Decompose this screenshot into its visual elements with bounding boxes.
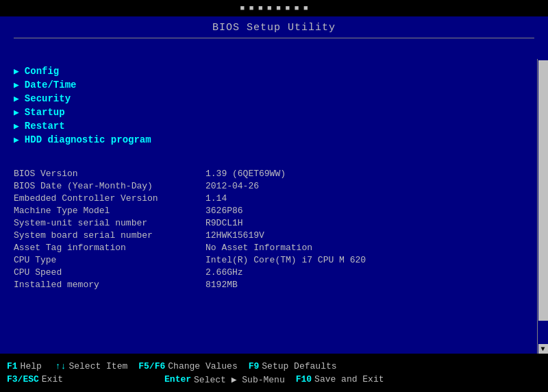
info-value: 8192MB	[206, 280, 238, 290]
info-label: System board serial number	[14, 230, 206, 241]
info-row: Machine Type Model3626P86	[14, 206, 523, 216]
info-value: 12HWK15619V	[206, 230, 264, 241]
key-f10: F10	[296, 374, 312, 384]
info-row: Asset Tag informationNo Asset Informatio…	[14, 243, 523, 253]
info-row: System board serial number12HWK15619V	[14, 230, 523, 241]
menu-label-hdd: HDD diagnostic program	[25, 134, 151, 145]
main-content: ▶ Config ▶ Date/Time ▶ Security ▶ Startu…	[0, 38, 548, 354]
info-label: System-unit serial number	[14, 218, 206, 228]
menu-item-restart[interactable]: ▶ Restart	[14, 121, 151, 132]
menu-label-restart: Restart	[25, 121, 65, 132]
info-value: 1.14	[206, 193, 227, 204]
info-label: Embedded Controller Version	[14, 193, 206, 204]
key-f3esc-desc: Exit	[42, 374, 63, 384]
key-f1: F1	[7, 361, 18, 371]
window-title: BIOS Setup Utility	[212, 22, 336, 34]
arrow-icon-datetime: ▶	[14, 79, 19, 90]
menu-section: ▶ Config ▶ Date/Time ▶ Security ▶ Startu…	[14, 66, 151, 148]
info-label: Installed memory	[14, 280, 206, 290]
info-label: CPU Speed	[14, 267, 206, 278]
key-f10-desc: Save and Exit	[314, 374, 384, 384]
key-f9: F9	[249, 361, 260, 371]
info-value: R9DCL1H	[206, 218, 243, 228]
menu-label-datetime: Date/Time	[25, 79, 77, 90]
arrow-icon-startup: ▶	[14, 107, 19, 118]
top-deco-text: ■ ■ ■ ■ ■ ■ ■ ■	[240, 4, 308, 12]
bios-screen: ■ ■ ■ ■ ■ ■ ■ ■ BIOS Setup Utility ▶ Con…	[0, 0, 548, 392]
info-value: No Asset Information	[206, 243, 312, 253]
menu-item-hdd[interactable]: ▶ HDD diagnostic program	[14, 134, 151, 145]
key-f5f6: F5/F6	[138, 361, 165, 371]
scrollbar-thumb[interactable]	[538, 60, 548, 321]
top-decoration: ■ ■ ■ ■ ■ ■ ■ ■	[0, 0, 548, 16]
info-value: 2012-04-26	[206, 181, 259, 191]
title-bar: BIOS Setup Utility	[0, 16, 548, 38]
info-label: Machine Type Model	[14, 206, 206, 216]
info-label: BIOS Date (Year-Month-Day)	[14, 181, 206, 191]
key-updown: ↑↓	[55, 361, 66, 371]
key-enter: Enter	[164, 374, 191, 384]
info-value: 1.39 (6QET69WW)	[206, 169, 286, 179]
scrollbar[interactable]: ▼	[537, 59, 548, 354]
arrow-icon-restart: ▶	[14, 121, 19, 132]
arrow-icon-hdd: ▶	[14, 134, 19, 145]
menu-item-security[interactable]: ▶ Security	[14, 93, 151, 104]
info-row: BIOS Date (Year-Month-Day)2012-04-26	[14, 181, 523, 191]
menu-item-config[interactable]: ▶ Config	[14, 66, 151, 77]
arrow-icon-config: ▶	[14, 66, 19, 77]
info-row: CPU TypeIntel(R) Core(TM) i7 CPU M 620	[14, 255, 523, 265]
bottom-row-2: F3/ESC Exit Enter Select ▶ Sub-Menu F10 …	[7, 374, 541, 385]
arrow-icon-security: ▶	[14, 93, 19, 104]
bottom-bar: F1 Help ↑↓ Select Item F5/F6 Change Valu…	[0, 354, 548, 392]
key-f9-desc: Setup Defaults	[262, 361, 336, 371]
key-enter-desc: Select ▶ Sub-Menu	[194, 374, 285, 385]
info-row: CPU Speed2.66GHz	[14, 267, 523, 278]
menu-label-security: Security	[25, 93, 71, 104]
key-f3esc: F3/ESC	[7, 374, 39, 384]
scrollbar-arrow-down[interactable]: ▼	[538, 344, 548, 354]
key-f1-desc: Help	[21, 361, 42, 371]
info-value: 2.66GHz	[206, 267, 243, 278]
info-row: Embedded Controller Version1.14	[14, 193, 523, 204]
info-value: 3626P86	[206, 206, 243, 216]
menu-item-datetime[interactable]: ▶ Date/Time	[14, 79, 151, 90]
key-f5f6-desc: Change Values	[168, 361, 237, 371]
info-row: Installed memory8192MB	[14, 280, 523, 290]
info-row: System-unit serial numberR9DCL1H	[14, 218, 523, 228]
menu-label-startup: Startup	[25, 107, 65, 118]
bottom-row-1: F1 Help ↑↓ Select Item F5/F6 Change Valu…	[7, 361, 541, 371]
info-row: BIOS Version1.39 (6QET69WW)	[14, 169, 523, 179]
info-label: BIOS Version	[14, 169, 206, 179]
menu-label-config: Config	[25, 66, 59, 77]
key-updown-desc: Select Item	[68, 361, 127, 371]
info-label: Asset Tag information	[14, 243, 206, 253]
info-label: CPU Type	[14, 255, 206, 265]
info-value: Intel(R) Core(TM) i7 CPU M 620	[206, 255, 366, 265]
info-section: BIOS Version1.39 (6QET69WW)BIOS Date (Ye…	[14, 169, 523, 292]
menu-item-startup[interactable]: ▶ Startup	[14, 107, 151, 118]
